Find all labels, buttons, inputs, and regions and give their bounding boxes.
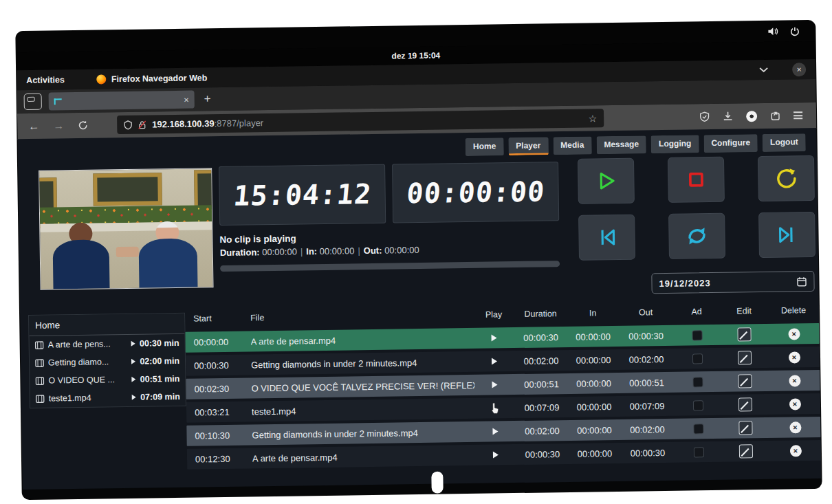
row-play-icon — [492, 358, 497, 364]
nav-item[interactable]: Media — [553, 136, 591, 155]
handshake — [116, 247, 139, 258]
ad-checkbox[interactable] — [692, 400, 703, 410]
row-play-button[interactable] — [474, 381, 514, 388]
edit-icon[interactable] — [738, 374, 752, 388]
reset-icon — [774, 166, 798, 190]
edit-icon[interactable] — [737, 327, 751, 341]
loop-icon — [683, 223, 710, 249]
desktop-window: dez 19 15:04 Activities Firefox Navegado… — [16, 21, 821, 499]
play-button[interactable] — [578, 158, 635, 204]
loop-button[interactable] — [668, 213, 725, 259]
film-icon — [35, 340, 44, 349]
download-icon[interactable] — [723, 111, 733, 122]
activities-button[interactable]: Activities — [26, 75, 65, 85]
media-file-item[interactable]: teste1.mp4 07:09 min — [30, 388, 186, 408]
row-play-icon — [493, 451, 499, 458]
status-text: No clip is playing — [219, 230, 559, 245]
cursor-pointer-icon — [490, 402, 500, 414]
delete-icon[interactable]: × — [789, 445, 801, 457]
ad-checkbox[interactable] — [693, 447, 703, 457]
row-play-button[interactable] — [475, 402, 515, 415]
bookmark-star-icon[interactable]: ☆ — [588, 113, 597, 124]
url-bar[interactable]: 192.168.100.39:8787/player ☆ — [117, 109, 604, 134]
media-file-item[interactable]: O VIDEO QUE ... 00:51 min — [30, 370, 185, 390]
row-play-icon — [492, 428, 498, 435]
film-icon — [36, 394, 45, 403]
person-right — [138, 221, 197, 287]
edit-icon[interactable] — [738, 421, 752, 435]
media-file-item[interactable]: A arte de pens... 00:30 min — [29, 334, 184, 354]
nav-item[interactable]: Player — [508, 137, 548, 155]
row-play-button[interactable] — [474, 334, 514, 342]
edit-icon[interactable] — [738, 351, 752, 364]
ad-checkbox[interactable] — [692, 330, 702, 340]
back-button[interactable]: ← — [28, 120, 39, 132]
edit-icon[interactable] — [739, 444, 753, 458]
firefox-view-icon[interactable] — [24, 94, 42, 110]
tab-close-icon[interactable]: × — [184, 94, 189, 105]
nav-item[interactable]: Configure — [703, 134, 758, 153]
delete-icon[interactable]: × — [788, 351, 800, 363]
delete-icon[interactable]: × — [789, 398, 800, 410]
tab-title — [67, 100, 178, 101]
new-tab-button[interactable]: + — [201, 92, 214, 106]
desktop-clock[interactable]: dez 19 15:04 — [391, 51, 440, 61]
power-icon[interactable] — [789, 26, 800, 36]
stop-button[interactable] — [668, 157, 725, 203]
media-sidebar: Home A arte de pens... 00:30 min — [28, 313, 186, 408]
close-icon[interactable]: × — [792, 63, 806, 76]
volume-icon[interactable] — [767, 27, 778, 36]
skip-end-icon — [775, 223, 798, 246]
account-icon[interactable] — [746, 111, 757, 122]
nav-item[interactable]: Logging — [651, 135, 699, 153]
firefox-icon — [96, 74, 106, 84]
duration-play-icon — [131, 341, 135, 347]
ad-checkbox[interactable] — [692, 377, 703, 387]
elapsed-display: 00:00:00 — [392, 162, 559, 223]
skip-start-button[interactable] — [578, 215, 635, 261]
duration-play-icon — [132, 377, 136, 382]
browser-tab[interactable]: × — [49, 91, 195, 111]
protection-shield-icon[interactable] — [699, 111, 710, 122]
edit-icon[interactable] — [738, 397, 752, 411]
player-page: Home Player Media Message Logging Config… — [17, 128, 821, 490]
nav-item[interactable]: Logout — [763, 133, 806, 152]
row-play-button[interactable] — [474, 358, 514, 365]
ad-checkbox[interactable] — [692, 353, 702, 364]
app-title: Firefox Navegador Web — [111, 73, 208, 84]
reload-icon[interactable] — [78, 120, 88, 131]
delete-icon[interactable]: × — [789, 421, 801, 433]
forward-button[interactable]: → — [53, 120, 64, 132]
nav-item[interactable]: Home — [466, 138, 504, 156]
reset-button[interactable] — [758, 155, 815, 201]
url-text: 192.168.100.39:8787/player — [152, 118, 263, 129]
nav-item[interactable]: Message — [596, 135, 646, 154]
date-input[interactable]: 19/12/2023 — [651, 271, 814, 294]
media-file-item[interactable]: Getting diamo... 02:00 min — [30, 352, 185, 372]
tab-loading-icon — [54, 98, 62, 105]
sync-icon[interactable] — [770, 111, 780, 121]
film-icon — [35, 376, 44, 385]
stop-icon — [684, 168, 708, 191]
row-play-icon — [492, 381, 497, 388]
ad-checkbox[interactable] — [693, 424, 703, 434]
screen-notch — [431, 472, 443, 494]
duration-play-icon — [131, 359, 135, 364]
row-play-button[interactable] — [475, 428, 515, 435]
playlist-table: Start File Play Duration In Out Ad Edit … — [185, 301, 821, 472]
skip-end-button[interactable] — [758, 212, 815, 258]
site-permissions-icon[interactable] — [124, 120, 132, 129]
site-nav: Home Player Media Message Logging Config… — [466, 133, 806, 156]
menu-icon[interactable] — [793, 111, 802, 119]
skip-start-icon — [595, 226, 618, 249]
row-play-button[interactable] — [476, 451, 516, 459]
calendar-icon[interactable] — [796, 276, 807, 287]
chevron-down-icon[interactable] — [758, 67, 769, 73]
transport-controls: 19/12/2023 — [578, 155, 815, 295]
delete-icon[interactable]: × — [788, 328, 800, 340]
progress-bar[interactable] — [220, 261, 560, 272]
delete-icon[interactable]: × — [789, 375, 800, 386]
insecure-lock-icon[interactable] — [138, 120, 146, 129]
clip-meta: Duration: 00:00:00|In: 00:00:00|Out: 00:… — [220, 243, 560, 258]
film-icon — [35, 358, 44, 367]
